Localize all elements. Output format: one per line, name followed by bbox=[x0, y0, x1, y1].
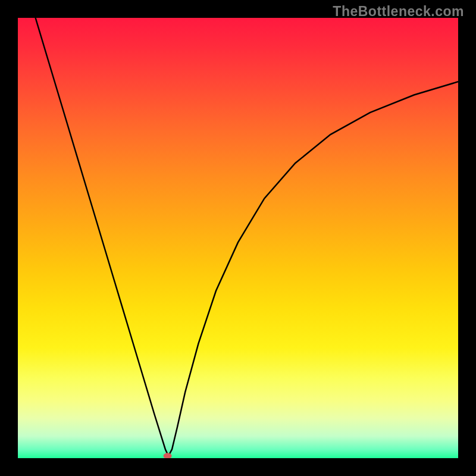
chart-container: TheBottleneck.com bbox=[0, 0, 476, 476]
bottleneck-curve bbox=[36, 18, 458, 456]
minimum-marker bbox=[164, 453, 172, 458]
plot-area bbox=[18, 18, 458, 458]
watermark-text: TheBottleneck.com bbox=[333, 4, 464, 20]
chart-svg bbox=[18, 18, 458, 458]
